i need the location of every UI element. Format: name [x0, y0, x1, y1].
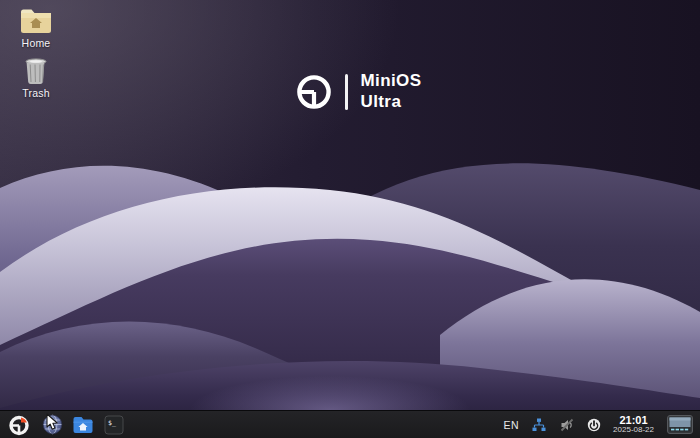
folder-home-icon [72, 415, 94, 435]
power-icon[interactable] [587, 418, 601, 432]
start-menu-button[interactable] [7, 413, 31, 437]
browser-launcher[interactable] [40, 413, 64, 437]
file-manager-launcher[interactable] [71, 413, 95, 437]
brand-line2: Ultra [361, 92, 422, 113]
clock-date: 2025-08-22 [613, 426, 654, 435]
wallpaper [0, 0, 700, 438]
desktop-icon-label: Home [22, 37, 51, 49]
minios-logo-icon [295, 73, 333, 111]
globe-icon [42, 414, 63, 435]
keyboard-layout-indicator[interactable]: EN [503, 419, 519, 431]
clock[interactable]: 21:01 2025-08-22 [613, 414, 654, 435]
minios-branding: MiniOS Ultra [295, 71, 421, 112]
desktop-icon-label: Trash [22, 87, 49, 99]
desktop-icon-area: Home Trash [8, 8, 64, 99]
trash-icon [23, 57, 49, 85]
network-icon[interactable] [531, 417, 547, 433]
home-folder-icon [19, 8, 53, 35]
desktop-icon-trash[interactable]: Trash [8, 57, 64, 99]
system-tray: EN [503, 413, 694, 437]
desktop-icon-home[interactable]: Home [8, 8, 64, 49]
taskbar: $_ EN [0, 410, 700, 438]
show-desktop-icon [667, 415, 693, 434]
brand-separator [345, 74, 348, 110]
brand-line1: MiniOS [361, 71, 422, 92]
terminal-icon: $_ [104, 415, 124, 435]
show-desktop-button[interactable] [666, 413, 694, 437]
terminal-launcher[interactable]: $_ [102, 413, 126, 437]
svg-text:$_: $_ [108, 418, 116, 426]
minios-menu-icon [8, 414, 30, 436]
desktop: Home Trash MiniOS Ultra [0, 0, 700, 438]
volume-muted-icon[interactable] [559, 417, 575, 433]
